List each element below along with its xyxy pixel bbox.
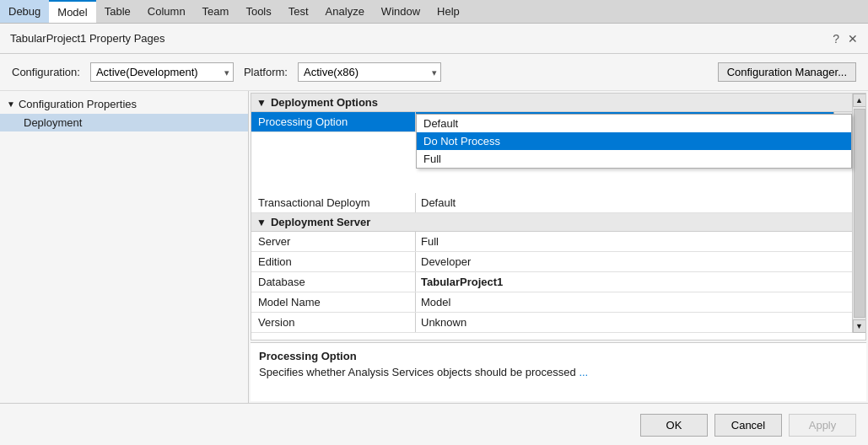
cancel-button[interactable]: Cancel bbox=[714, 414, 782, 437]
sidebar-item-deployment[interactable]: Deployment bbox=[0, 114, 248, 131]
collapse-deployment-options-icon[interactable]: ▼ bbox=[256, 97, 267, 109]
transactional-deployment-name: Transactional Deploym bbox=[251, 193, 416, 212]
model-name-row[interactable]: Model Name Model bbox=[251, 292, 852, 313]
deployment-options-header: ▼ Deployment Options bbox=[251, 94, 852, 112]
close-button[interactable]: ✕ bbox=[848, 32, 858, 46]
edition-row[interactable]: Edition Developer bbox=[251, 252, 852, 272]
deployment-options-label: Deployment Options bbox=[271, 96, 378, 109]
menu-model[interactable]: Model bbox=[49, 0, 95, 23]
apply-button[interactable]: Apply bbox=[789, 414, 856, 437]
menu-window[interactable]: Window bbox=[373, 0, 429, 23]
props-table: ▼ Deployment Options Processing Option D… bbox=[251, 94, 852, 333]
config-select[interactable]: Active(Development) bbox=[90, 62, 234, 82]
edition-name: Edition bbox=[251, 252, 416, 271]
group-arrow-icon: ▼ bbox=[7, 99, 15, 109]
sidebar: ▼ Configuration Properties Deployment bbox=[0, 91, 249, 403]
config-label: Configuration: bbox=[12, 66, 80, 78]
description-text-before: Specifies whether Analysis Services obje… bbox=[259, 366, 579, 378]
transactional-deployment-value-text: Default bbox=[421, 196, 456, 209]
menu-table[interactable]: Table bbox=[96, 0, 139, 23]
model-name-name: Model Name bbox=[251, 292, 416, 312]
help-button[interactable]: ? bbox=[833, 32, 839, 46]
database-value-text: TabularProject1 bbox=[421, 276, 503, 288]
version-value-text: Unknown bbox=[421, 316, 466, 329]
deployment-server-header: ▼ Deployment Server bbox=[251, 213, 852, 232]
scroll-thumb[interactable] bbox=[854, 109, 865, 318]
menu-debug[interactable]: Debug bbox=[0, 0, 49, 23]
database-row[interactable]: Database TabularProject1 bbox=[251, 272, 852, 292]
edition-value: Developer bbox=[416, 252, 852, 271]
processing-option-dropdown-list: Default Do Not Process Full bbox=[416, 114, 852, 169]
titlebar: TabularProject1 Property Pages ? ✕ bbox=[0, 24, 868, 54]
server-row[interactable]: Server Full bbox=[251, 232, 852, 252]
scroll-up-button[interactable]: ▲ bbox=[853, 94, 866, 107]
version-value: Unknown bbox=[416, 313, 852, 332]
model-name-value-text: Model bbox=[421, 296, 450, 308]
dropdown-option-do-not-process[interactable]: Do Not Process bbox=[417, 132, 851, 150]
props-area: ▼ Deployment Options Processing Option D… bbox=[251, 93, 866, 340]
database-name: Database bbox=[251, 272, 416, 292]
platform-select[interactable]: Active(x86) bbox=[298, 62, 441, 82]
menu-team[interactable]: Team bbox=[194, 0, 238, 23]
ok-button[interactable]: OK bbox=[640, 414, 708, 437]
server-value: Full bbox=[416, 232, 852, 251]
menu-test[interactable]: Test bbox=[280, 0, 317, 23]
menu-column[interactable]: Column bbox=[139, 0, 194, 23]
deployment-server-label: Deployment Server bbox=[271, 216, 371, 228]
dropdown-option-default[interactable]: Default bbox=[417, 115, 851, 132]
main-area: ▼ Configuration Properties Deployment ▼ … bbox=[0, 91, 868, 403]
menubar: Debug Model Table Column Team Tools Test… bbox=[0, 0, 868, 24]
transactional-deployment-value: Default bbox=[416, 193, 852, 212]
menu-tools[interactable]: Tools bbox=[237, 0, 279, 23]
props-container: ▼ Deployment Options Processing Option D… bbox=[251, 94, 865, 333]
description-text: Specifies whether Analysis Services obje… bbox=[259, 366, 858, 378]
description-title: Processing Option bbox=[259, 350, 858, 362]
config-manager-button[interactable]: Configuration Manager... bbox=[718, 62, 856, 82]
config-select-wrap: Active(Development) bbox=[90, 62, 234, 82]
props-scrollbar: ▲ ▼ bbox=[852, 94, 865, 333]
dialog-title: TabularProject1 Property Pages bbox=[10, 32, 165, 45]
description-area: Processing Option Specifies whether Anal… bbox=[251, 342, 866, 401]
edition-value-text: Developer bbox=[421, 255, 471, 268]
platform-label: Platform: bbox=[244, 66, 288, 78]
server-name: Server bbox=[251, 232, 416, 251]
right-content: ▼ Deployment Options Processing Option D… bbox=[249, 91, 868, 403]
database-value: TabularProject1 bbox=[416, 272, 852, 292]
description-link[interactable]: ... bbox=[579, 366, 588, 378]
version-name: Version bbox=[251, 313, 416, 332]
dropdown-option-full[interactable]: Full bbox=[417, 150, 851, 168]
scroll-down-button[interactable]: ▼ bbox=[853, 319, 866, 333]
config-row: Configuration: Active(Development) Platf… bbox=[0, 54, 868, 91]
titlebar-controls: ? ✕ bbox=[833, 32, 858, 46]
menu-help[interactable]: Help bbox=[429, 0, 468, 23]
version-row[interactable]: Version Unknown bbox=[251, 313, 852, 333]
menu-analyze[interactable]: Analyze bbox=[317, 0, 373, 23]
model-name-value: Model bbox=[416, 292, 852, 312]
transactional-deployment-row[interactable]: Transactional Deploym Default bbox=[251, 193, 852, 213]
platform-select-wrap: Active(x86) bbox=[298, 62, 441, 82]
collapse-deployment-server-icon[interactable]: ▼ bbox=[256, 217, 267, 228]
server-value-text: Full bbox=[421, 235, 439, 248]
processing-option-name: Processing Option bbox=[251, 112, 416, 131]
bottom-bar: OK Cancel Apply bbox=[0, 403, 868, 445]
sidebar-group-config[interactable]: ▼ Configuration Properties bbox=[0, 94, 248, 114]
sidebar-group-label: Configuration Properties bbox=[19, 98, 137, 110]
